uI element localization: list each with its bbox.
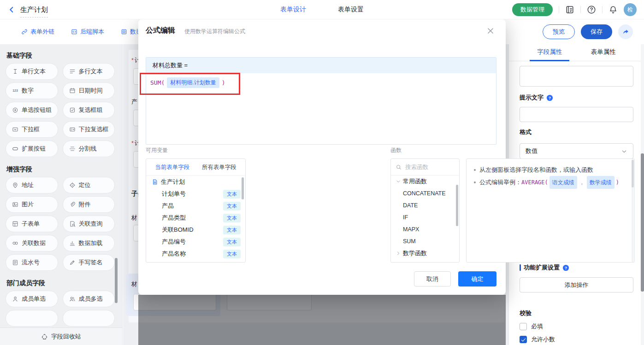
search-icon [396,164,402,171]
question-icon[interactable]: ? [546,94,553,101]
field-recycle-button[interactable]: 字段回收站 [0,327,122,345]
field-type-lookup[interactable]: 关联查询 [63,216,115,232]
window-scrollbar-track[interactable] [641,44,644,345]
formula-expression[interactable]: SUM( 材料明细.计划数量 ) [150,76,225,88]
variables-tab-2[interactable]: 所有表单字段 [202,164,236,171]
properties-tab-2[interactable]: 表单属性 [585,44,621,61]
add-action-button[interactable]: 添加操作 [520,277,633,292]
function-item[interactable]: MAPX [391,223,459,235]
checkbox[interactable] [520,323,527,330]
field-type-image[interactable]: 图片 [6,196,58,213]
field-type-users[interactable]: 成员多选 [63,291,115,307]
function-group[interactable]: 数学函数 [391,247,459,259]
field-type-text-single[interactable]: 单行文本 [6,63,58,80]
window-scrollbar-thumb[interactable] [641,153,644,292]
field-type-dataload[interactable]: 数据加载 [63,235,115,251]
save-button[interactable]: 保存 [581,24,612,39]
help-line: 从左侧面板选择字段名和函数，或输入函数 [473,164,630,175]
extension-settings-header: 功能扩展设置? [520,264,633,271]
avatar[interactable]: 检 [624,3,637,16]
top-tab-1[interactable]: 表单设计 [280,6,306,14]
field-type-tag: 文本 [223,190,241,199]
canvas-field-label: 材 [131,280,137,288]
field-type-radio[interactable]: 单选按钮组 [6,102,58,118]
variable-item[interactable]: 产品编号文本 [146,236,245,248]
function-item[interactable]: CONCATENATE [391,187,459,199]
hint-label: 提示文字? [520,94,633,101]
function-item[interactable]: DATE [391,199,459,211]
field-type-address[interactable]: 地址 [6,177,58,193]
function-search-input[interactable] [405,164,455,170]
field-type-sign[interactable]: 手写签名 [63,254,115,271]
field-type-subform[interactable]: 子表单 [6,216,58,232]
checkbox-option[interactable]: 允许小数 [520,336,633,343]
formula-help-panel: 从左侧面板选择字段名和函数，或输入函数 公式编辑举例：AVERAGE(语文成绩，… [466,158,635,263]
function-search [391,159,459,175]
variables-panel: 当前表单字段所有表单字段 生产计划计划单号文本产品文本产品类型文本关联BOMID… [146,158,246,263]
field-type-tag: 文本 [223,214,241,222]
svg-text:?: ? [565,265,567,270]
field-type-button[interactable]: 扩展按钮 [6,140,58,157]
field-type-linkdata[interactable]: 关联数据 [6,235,58,251]
field-type-hidden[interactable] [63,310,115,327]
variable-item[interactable]: 计划单号文本 [146,188,245,200]
close-icon[interactable] [486,27,495,35]
field-type-text-multi[interactable]: 多行文本 [63,63,115,80]
checkbox-option[interactable]: 必填 [520,323,633,330]
toolbar-links: 表单外链后端脚本数据权限 [21,19,154,44]
function-item[interactable]: SUM [391,235,459,247]
variables-scrollbar[interactable] [242,177,244,199]
function-item[interactable]: IF [391,211,459,223]
functions-scrollbar[interactable] [456,185,458,226]
field-type-attach[interactable]: 附件 [63,196,115,213]
field-type-select[interactable]: 下拉框 [6,121,58,138]
sidebar-section-title: 增强字段 [6,165,122,172]
canvas-field-label: 产 [131,98,137,106]
checkbox[interactable] [520,336,527,343]
toolbar-link[interactable]: 表单外链 [21,28,54,36]
field-type-user[interactable]: 成员单选 [6,291,58,307]
field-chip[interactable]: 材料明细.计划数量 [167,77,219,88]
toolbar-link[interactable]: 后端脚本 [71,28,104,36]
top-tab-2[interactable]: 表单设置 [338,6,364,14]
hint-input[interactable] [520,107,633,122]
field-palette-sidebar: 基础字段单行文本多行文本123数字日期时间单选按钮组复选框组下拉框下拉复选框扩展… [0,44,123,345]
help-icon[interactable] [587,5,596,14]
function-group[interactable]: 文本函数 [391,259,459,263]
confirm-button[interactable]: 确定 [458,271,496,287]
cancel-button[interactable]: 取消 [414,271,451,287]
sidebar-scrollbar[interactable] [115,258,118,303]
variable-item[interactable]: 产品类型文本 [146,212,245,224]
function-group[interactable]: 常用函数 [391,175,459,187]
variable-item[interactable]: 产品名称文本 [146,248,245,260]
field-type-locate[interactable]: 定位 [63,177,115,193]
preview-button[interactable]: 预览 [543,24,575,39]
field-type-hidden[interactable] [6,310,58,327]
formula-editor-box[interactable]: 材料总数量 = [146,57,496,145]
field-type-divider[interactable]: 分割线 [63,140,115,157]
format-select[interactable]: 数值 [520,143,633,159]
variable-root[interactable]: 生产计划 [146,176,245,188]
svg-text:123: 123 [12,89,18,92]
variable-item[interactable]: 产品文本 [146,200,245,212]
variables-label: 可用变量 [146,146,168,154]
field-type-multiselect[interactable]: 下拉复选框 [63,121,115,138]
properties-tab-1[interactable]: 字段属性 [532,44,567,61]
bell-icon[interactable] [609,5,618,14]
question-icon[interactable]: ? [562,263,569,271]
field-type-datetime[interactable]: 日期时间 [63,82,115,99]
separator [559,6,559,13]
share-icon[interactable] [618,24,633,39]
data-manage-button[interactable]: 数据管理 [512,3,553,16]
field-title-input[interactable] [520,66,633,87]
dialog-subtitle: 使用数学运算符编辑公式 [184,28,245,35]
field-type-number[interactable]: 123数字 [6,82,58,99]
field-type-checkbox[interactable]: 复选框组 [63,102,115,118]
variables-tab-1[interactable]: 当前表单字段 [155,164,189,171]
variable-item[interactable]: 关联BOMID文本 [146,224,245,236]
format-label: 格式 [520,129,633,135]
example-chip: 数学成绩 [587,176,614,189]
field-type-serial[interactable]: 流水号 [6,254,58,271]
sidebar-section-title: 基础字段 [6,52,122,58]
contact-icon[interactable] [565,5,574,14]
